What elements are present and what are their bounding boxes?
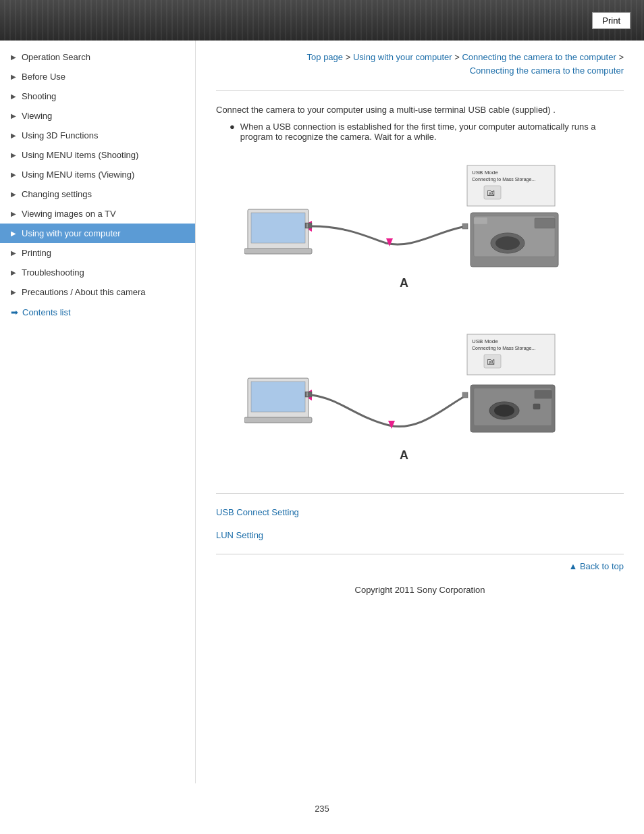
- svg-text:🖭: 🖭: [486, 187, 495, 198]
- usb-connect-setting-link[interactable]: USB Connect Setting: [216, 507, 624, 517]
- sidebar: ▶ Operation Search ▶ Before Use ▶ Shooti…: [0, 41, 196, 783]
- sidebar-item-label: Viewing images on a TV: [22, 209, 187, 219]
- sidebar-item-precautions[interactable]: ▶ Precautions / About this camera: [0, 282, 195, 302]
- diagram-1: USB Mode Connecting to Mass Storage... 🖭: [244, 162, 595, 304]
- sidebar-item-label: Shooting: [22, 91, 187, 101]
- svg-rect-11: [306, 224, 308, 228]
- svg-rect-38: [535, 390, 552, 398]
- sidebar-item-changing-settings[interactable]: ▶ Changing settings: [0, 184, 195, 204]
- arrow-icon: ▶: [11, 210, 16, 217]
- sidebar-item-using-menu-shooting[interactable]: ▶ Using MENU items (Shooting): [0, 145, 195, 165]
- svg-rect-12: [462, 224, 468, 229]
- svg-text:Connecting to Mass Storage...: Connecting to Mass Storage...: [472, 346, 535, 351]
- copyright: Copyright 2011 Sony Corporation: [216, 585, 624, 595]
- svg-text:Connecting to Mass Storage...: Connecting to Mass Storage...: [472, 177, 535, 182]
- svg-rect-29: [251, 382, 305, 412]
- sidebar-item-viewing-tv[interactable]: ▶ Viewing images on a TV: [0, 204, 195, 224]
- sidebar-item-printing[interactable]: ▶ Printing: [0, 243, 195, 263]
- svg-rect-8: [251, 213, 305, 243]
- contents-list-label: Contents list: [22, 307, 71, 317]
- svg-rect-17: [535, 218, 555, 228]
- sidebar-item-viewing[interactable]: ▶ Viewing: [0, 106, 195, 126]
- sidebar-item-label: Precautions / About this camera: [22, 287, 187, 297]
- arrow-icon: ▶: [11, 93, 16, 100]
- back-to-top-link[interactable]: Back to top: [216, 561, 624, 571]
- svg-text:A: A: [400, 276, 408, 290]
- breadcrumb-using-computer[interactable]: Using with your computer: [353, 52, 452, 62]
- sidebar-item-label: Using MENU items (Shooting): [22, 150, 187, 160]
- svg-rect-31: [305, 392, 312, 397]
- sidebar-item-using-3d[interactable]: ▶ Using 3D Functions: [0, 126, 195, 145]
- breadcrumb-sep2: >: [454, 52, 462, 62]
- svg-rect-10: [305, 223, 312, 228]
- breadcrumb-sep3: >: [618, 52, 624, 62]
- sidebar-item-label: Changing settings: [22, 189, 187, 199]
- svg-rect-32: [306, 392, 308, 396]
- related-links: USB Connect Setting LUN Setting: [216, 507, 624, 540]
- arrow-icon: ▶: [11, 190, 16, 198]
- arrow-icon: ▶: [11, 53, 16, 61]
- bullet-dot: ●: [230, 122, 235, 132]
- middle-divider: [216, 493, 624, 494]
- arrow-icon: ▶: [11, 249, 16, 257]
- sidebar-item-label: Printing: [22, 248, 187, 258]
- sidebar-item-before-use[interactable]: ▶ Before Use: [0, 67, 195, 86]
- breadcrumb: Top page > Using with your computer > Co…: [216, 51, 624, 77]
- svg-rect-33: [462, 392, 468, 398]
- sidebar-item-label: Before Use: [22, 72, 187, 82]
- arrow-icon: ▶: [11, 171, 16, 178]
- header: Print: [0, 0, 644, 41]
- svg-rect-30: [244, 417, 312, 423]
- arrow-icon: ▶: [11, 112, 16, 120]
- arrow-icon: ▶: [11, 288, 16, 296]
- arrow-icon: ▶: [11, 269, 16, 276]
- breadcrumb-connecting1[interactable]: Connecting the camera to the computer: [462, 52, 616, 62]
- svg-rect-9: [244, 249, 312, 254]
- arrow-icon: ▶: [11, 151, 16, 159]
- breadcrumb-connecting2[interactable]: Connecting the camera to the computer: [470, 66, 624, 76]
- sidebar-item-troubleshooting[interactable]: ▶ Troubleshooting: [0, 263, 195, 282]
- sidebar-item-using-computer[interactable]: ▶ Using with your computer: [0, 224, 195, 243]
- sidebar-item-label: Viewing: [22, 111, 187, 121]
- svg-text:🖭: 🖭: [486, 356, 495, 367]
- sidebar-item-shooting[interactable]: ▶ Shooting: [0, 86, 195, 106]
- diagram-1-container: USB Mode Connecting to Mass Storage... 🖭: [216, 155, 624, 311]
- sidebar-item-using-menu-viewing[interactable]: ▶ Using MENU items (Viewing): [0, 165, 195, 184]
- sidebar-item-label: Using 3D Functions: [22, 130, 187, 140]
- breadcrumb-top-page[interactable]: Top page: [307, 52, 344, 62]
- svg-point-16: [495, 236, 520, 250]
- svg-point-37: [494, 405, 514, 417]
- svg-rect-39: [533, 404, 540, 409]
- top-divider: [216, 90, 624, 91]
- sidebar-item-operation-search[interactable]: ▶ Operation Search: [0, 47, 195, 67]
- arrow-icon: ▶: [11, 132, 16, 139]
- bullet-point-1: ● When a USB connection is established f…: [230, 122, 624, 142]
- breadcrumb-sep1: >: [346, 52, 353, 62]
- diagram-2: USB Mode Connecting to Mass Storage... 🖭: [244, 331, 595, 473]
- arrow-icon: ▶: [11, 230, 16, 237]
- intro-text: Connect the camera to your computer usin…: [216, 105, 624, 115]
- svg-text:USB Mode: USB Mode: [472, 170, 498, 176]
- sidebar-item-label: Operation Search: [22, 52, 187, 62]
- arrow-icon: ▶: [11, 73, 16, 80]
- main-layout: ▶ Operation Search ▶ Before Use ▶ Shooti…: [0, 41, 644, 783]
- arrow-right-icon: ➡: [11, 307, 18, 317]
- svg-text:USB Mode: USB Mode: [472, 338, 498, 344]
- sidebar-item-label: Using MENU items (Viewing): [22, 170, 187, 180]
- bottom-divider: [216, 554, 624, 554]
- svg-rect-18: [474, 217, 487, 224]
- svg-text:A: A: [400, 448, 408, 462]
- diagram-2-container: USB Mode Connecting to Mass Storage... 🖭: [216, 324, 624, 479]
- page-number: 235: [0, 804, 644, 814]
- print-button[interactable]: Print: [592, 12, 630, 29]
- bullet-text: When a USB connection is established for…: [240, 122, 624, 142]
- content-area: Top page > Using with your computer > Co…: [196, 41, 644, 783]
- lun-setting-link[interactable]: LUN Setting: [216, 530, 624, 540]
- contents-list-link[interactable]: ➡ Contents list: [0, 302, 195, 323]
- sidebar-item-label: Using with your computer: [22, 228, 187, 238]
- sidebar-item-label: Troubleshooting: [22, 267, 187, 278]
